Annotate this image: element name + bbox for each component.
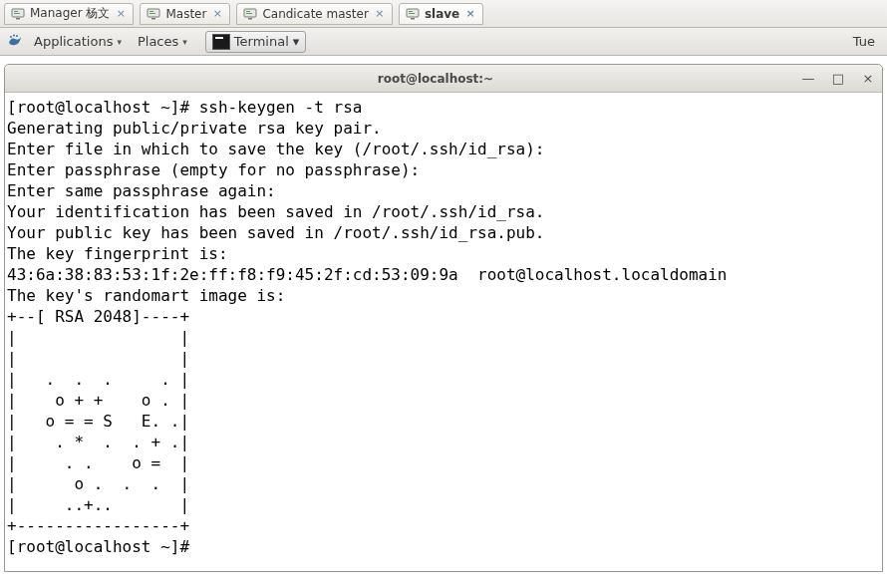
svg-point-17 xyxy=(13,35,15,37)
svg-rect-14 xyxy=(409,11,413,12)
close-icon[interactable]: × xyxy=(211,8,223,20)
svg-rect-15 xyxy=(409,13,415,14)
close-icon[interactable]: × xyxy=(374,8,386,20)
svg-rect-9 xyxy=(248,18,252,20)
minimize-button[interactable]: — xyxy=(800,71,816,86)
menu-label: Places xyxy=(138,34,178,49)
svg-rect-2 xyxy=(14,11,18,12)
vm-tab-label: Candicate master xyxy=(262,7,368,21)
chevron-down-icon: ▾ xyxy=(117,37,122,47)
svg-rect-1 xyxy=(16,18,20,20)
desktop-top-bar: Applications ▾ Places ▾ Terminal ▾ Tue xyxy=(0,28,887,56)
svg-rect-10 xyxy=(246,11,250,12)
menu-applications[interactable]: Applications ▾ xyxy=(28,32,128,51)
terminal-icon xyxy=(212,34,230,50)
monitor-icon xyxy=(243,7,257,21)
vm-tab-label: slave xyxy=(425,7,459,21)
terminal-window: root@localhost:~ — □ × [root@localhost ~… xyxy=(4,64,883,572)
maximize-button[interactable]: □ xyxy=(830,71,846,86)
terminal-titlebar[interactable]: root@localhost:~ — □ × xyxy=(5,65,882,93)
monitor-icon xyxy=(147,7,160,21)
vm-tabs-bar: Manager 杨文 × Master × Candicate master ×… xyxy=(0,0,887,28)
svg-rect-6 xyxy=(149,11,153,12)
window-title: root@localhost:~ xyxy=(71,72,800,86)
monitor-icon xyxy=(406,7,420,21)
svg-rect-11 xyxy=(246,13,252,14)
vm-tab-manager[interactable]: Manager 杨文 × xyxy=(4,3,134,25)
svg-rect-13 xyxy=(411,18,415,20)
vm-tab-master[interactable]: Master × xyxy=(140,3,230,25)
svg-rect-5 xyxy=(151,18,155,20)
svg-rect-7 xyxy=(149,13,155,14)
clock[interactable]: Tue xyxy=(853,34,881,49)
vm-tab-candidate-master[interactable]: Candicate master × xyxy=(236,3,392,25)
taskbar-app-terminal[interactable]: Terminal ▾ xyxy=(205,31,306,53)
vm-tab-label: Manager 杨文 xyxy=(30,5,110,22)
terminal-output[interactable]: [root@localhost ~]# ssh-keygen -t rsa Ge… xyxy=(5,93,882,571)
monitor-icon xyxy=(11,7,25,21)
chevron-down-icon: ▾ xyxy=(293,34,300,49)
close-icon[interactable]: × xyxy=(115,8,127,20)
window-controls: — □ × xyxy=(800,71,876,86)
menu-label: Applications xyxy=(34,34,113,49)
svg-rect-3 xyxy=(14,13,20,14)
chevron-down-icon: ▾ xyxy=(182,37,187,47)
taskbar-app-label: Terminal xyxy=(234,34,289,49)
workspace: root@localhost:~ — □ × [root@localhost ~… xyxy=(0,56,887,588)
close-button[interactable]: × xyxy=(860,71,876,86)
foot-icon xyxy=(6,31,24,52)
vm-tab-slave[interactable]: slave × xyxy=(399,3,483,25)
svg-point-16 xyxy=(10,36,12,38)
close-icon[interactable]: × xyxy=(464,8,476,20)
svg-point-18 xyxy=(16,35,18,37)
menu-places[interactable]: Places ▾ xyxy=(132,32,193,51)
vm-tab-label: Master xyxy=(165,7,206,21)
